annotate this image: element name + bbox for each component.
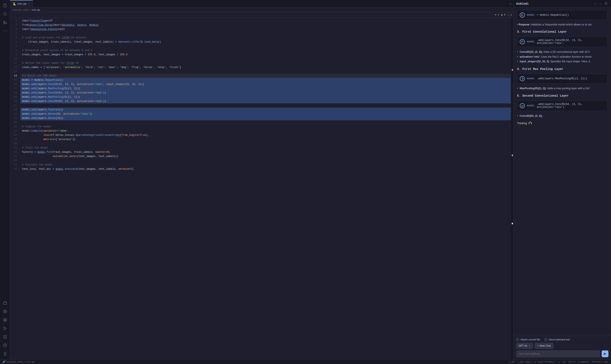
tab-file-icon: 🐍 [13,2,16,6]
code-block-sequential: model = models.Sequential() [517,10,608,20]
svg-point-7 [3,310,7,313]
status-spaces[interactable]: 4 spaces [578,361,589,363]
code-line-22: model.add(layers.Flatten()) [20,108,514,112]
code-line-36: test_loss, test_acc = model.evaluate(tes… [20,167,514,171]
panel-footer: Attach current file Send selected text G… [514,336,611,359]
status-bar: 🔗 AskCodi_demo > cnn.py 1:28 (402 chars,… [0,359,611,364]
status-bar-right: 1:28 (402 chars, 9 line breaks) LF UTF-8… [509,361,609,363]
send-selected-label: Send selected text [549,338,570,341]
bullet-item-2: • activation='relu': Uses the ReLU activ… [517,54,608,59]
activity-icon-files[interactable] [1,2,9,9]
activity-icon-search[interactable] [1,10,9,18]
code-block-conv2: model.add(layers.Conv2D(64, (3, 3), acti… [517,100,608,111]
sequential-desc: • Purpose: Initializes a Sequential mode… [517,23,608,27]
code-line-35: # Evaluate the model [20,163,514,167]
code-block-maxpool1: model.add(layers.MaxPooling2D((2, 2))) [517,74,608,83]
chat-input[interactable] [516,351,600,357]
status-workspace[interactable]: 🔗 AskCodi_demo > cnn.py [2,360,35,363]
code-line-30 [20,142,514,146]
activity-icon-layers[interactable] [1,316,9,324]
tab-bar: 🐍 cnn.py × ⋯ [10,0,514,8]
svg-rect-6 [3,302,7,304]
tab-overflow-menu[interactable]: ⋯ [507,2,514,6]
attach-file-checkbox-box[interactable] [516,338,519,341]
code-line-33: validation_data=(test_images, test_label… [20,154,514,158]
svg-marker-10 [4,327,6,330]
code-line-15: model = models.Sequential() [20,78,514,82]
panel-more-icon[interactable]: ⋯ [593,1,597,7]
section-heading-3: 3. First Convolutional Layer [517,30,608,33]
svg-point-0 [4,13,6,15]
code-line-34 [20,158,514,163]
send-button[interactable] [602,351,609,357]
code-block-spinner-1 [520,13,525,18]
line-numbers: 1234 5678 9101112 1314 15161718 19202122… [10,18,20,359]
svg-line-1 [6,15,6,15]
activity-icon-history[interactable] [1,341,9,349]
thinking-spinner [528,121,532,125]
activity-icon-extensions[interactable] [1,299,9,307]
code-line-7 [20,44,514,48]
code-line-20: model.add(layers.Conv2D(64, (3, 3), acti… [20,99,514,104]
svg-point-8 [4,311,6,312]
error-count[interactable]: ● 6 [495,13,499,16]
code-line-31: # Train the model [20,146,514,150]
code-content[interactable]: import tensorflow as tf from tensorflow.… [20,18,514,359]
status-chars: (402 chars, 9 line breaks) [517,361,555,363]
section-heading-4: 4. First Max Pooling Layer [517,67,608,71]
status-bar-left: 🔗 AskCodi_demo > cnn.py [2,360,506,363]
activity-icon-run[interactable] [1,325,9,332]
code-line-8: # Normalize pixel values to be between 0… [20,48,514,52]
check-count[interactable]: ✓ 2 [507,13,512,16]
askcodi-panel: AskCodi ⋯ — [514,0,611,359]
code-line-28: loss=tf.keras.losses.SparseCategoricalCr… [20,133,514,137]
code-line-21 [20,104,514,108]
editor-toolbar: ● 6 ▲ 5 ✓ 2 [10,12,514,18]
warning-count[interactable]: ▲ 5 [501,13,505,16]
code-editor[interactable]: 1234 5678 9101112 1314 15161718 19202122… [10,18,514,359]
svg-point-2 [5,23,7,24]
activity-icon-more[interactable]: ··· [1,27,9,35]
attach-file-checkbox[interactable]: Attach current file [516,338,540,341]
conv2-bullets: • Conv2D(64, (3, 3)): [517,114,608,118]
activity-icon-ai[interactable] [1,308,9,315]
tab-filename: cnn.py [17,2,27,5]
model-chevron-icon: ▼ [528,345,531,347]
code-line-13 [20,69,514,74]
bullet-item-1: • Conv2D(32, (3, 3)): Adds a 2D convolut… [517,50,608,54]
section-heading-5: 5. Second Convolutional Layer [517,94,608,97]
tab-cnn-py[interactable]: 🐍 cnn.py × [10,0,33,7]
bullet-item-conv2: • Conv2D(64, (3, 3)): [517,114,608,118]
send-selected-checkbox-box[interactable] [544,338,547,341]
status-encoding[interactable]: UTF-8 [568,361,575,363]
code-line-18: model.add(layers.Conv2D(64, (3, 3), acti… [20,91,514,95]
status-position[interactable]: 1:28 [509,361,515,363]
status-line-ending[interactable]: LF [563,361,566,363]
tab-close-button[interactable]: × [28,2,30,6]
activity-icon-git[interactable] [1,19,9,26]
new-chat-button[interactable]: + New Chat [535,343,554,349]
svg-line-23 [6,352,6,353]
code-line-29: metrics=['accuracy']) [20,137,514,142]
panel-notification-icon[interactable] [604,1,609,7]
model-label: GPT 4o [518,344,527,347]
activity-icon-settings[interactable] [1,350,9,358]
activity-icon-problems[interactable] [1,333,9,341]
thinking-indicator: Thinking [517,121,608,126]
code-block-conv1: model.add(layers.Conv2D(32, (3, 3), acti… [517,37,608,47]
conv1-bullets: • Conv2D(32, (3, 3)): Adds a 2D convolut… [517,50,608,64]
status-encoding-check[interactable] [558,361,560,363]
panel-minimize-icon[interactable]: — [599,1,602,7]
editor-container: 🐍 cnn.py × ⋯ AskCodi_demo > cnn.py ● 6 [10,0,514,359]
diagnostics-bar: ● 6 ▲ 5 ✓ 2 [495,13,512,16]
send-selected-checkbox[interactable]: Send selected text [544,338,570,341]
code-line-12: class_names = ['airplane', 'automobile',… [20,65,514,69]
code-line-9: train_images, test_images = train_images… [20,52,514,57]
code-line-11: # Define the class names for CIFAR-10 [20,61,514,65]
code-line-10 [20,57,514,61]
code-line-19: model.add(layers.MaxPooling2D((2, 2))) [20,95,514,99]
thinking-label: Thinking [517,122,527,125]
status-branch[interactable]: Pholders-api [592,361,609,363]
code-block-spinner-4 [520,103,525,108]
model-select-dropdown[interactable]: GPT 4o ▼ [516,343,533,349]
